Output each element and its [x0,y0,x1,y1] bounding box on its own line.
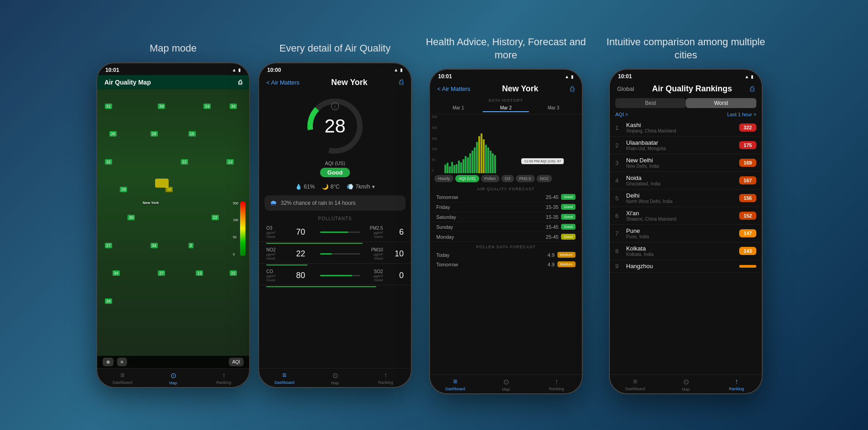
map-content[interactable]: 31 34 24 34 26 28 16 32 22 12 29 38 30 2… [97,90,249,368]
rank-item-3[interactable]: 3 New Delhi New Delhi, India 169 [610,154,762,172]
tab-pm25[interactable]: PM2.5 [516,175,535,182]
nav-bar-detail: < Air Matters New York ⎙ [259,75,411,90]
temp-value: 8°C [330,184,340,190]
tab-ranking-2[interactable]: ↑ Ranking [360,371,411,385]
poll-no2-unit: µg/m³ [266,252,289,256]
layers-button[interactable]: ≡ [117,358,127,366]
humidity-value: 61% [304,184,315,190]
status-time-1: 10:01 [105,67,119,73]
battery-icon-4: ▮ [751,74,754,79]
rankings-share[interactable]: ⎙ [750,85,755,93]
tab-ranking-3[interactable]: ↑ Ranking [531,378,582,392]
tab-ranking-label-1: Ranking [216,380,231,385]
location-button[interactable]: ⊕ [103,358,113,366]
bar-2 [447,163,448,173]
tab-map-4[interactable]: ⊙ Map [660,378,711,392]
global-label[interactable]: Global [617,85,634,92]
rank-item-6[interactable]: 6 Xi'an Shaanxi, China Mainland 152 [610,207,762,225]
tab-pollen[interactable]: Pollen [481,175,500,182]
y-label-50: 50 [432,158,437,161]
rank-item-5[interactable]: 5 Delhi North West Delhi, India 156 [610,189,762,207]
nav-back-history[interactable]: < Air Matters [437,85,470,92]
rank-num-7: 7 [615,230,623,237]
poll-pm10-status: Good [364,256,383,260]
bar-1 [444,165,446,173]
forecast-range-3: 15-35 [536,214,558,220]
tab-map-3[interactable]: ⊙ Map [481,378,531,392]
rank-item-8[interactable]: 8 Kolkata Kolkata, India 143 [610,242,762,260]
tab-dashboard-4[interactable]: ≡ Dashboard [610,378,660,392]
ranking-icon-3: ↑ [555,378,558,386]
tab-o3[interactable]: O3 [501,175,514,182]
tab-ranking-1[interactable]: ↑ Ranking [198,371,249,385]
date-mar3[interactable]: Mar 3 [531,104,576,112]
date-mar1[interactable]: Mar 1 [435,104,481,112]
tab-hourly[interactable]: Hourly [434,175,453,182]
rank-sub-2: Khan-Uul, Mongolia [626,146,736,151]
rank-info-8: Kolkata Kolkata, India [623,245,739,257]
wifi-icon-3: ▲ [565,74,569,79]
nav-share-history[interactable]: ⎙ [570,85,575,93]
forecast-day-1: Tomorrow [436,194,536,200]
status-icons-2: ▲ ▮ [394,67,403,72]
bar-17 [481,133,482,173]
tab-dashboard-3[interactable]: ≡ Dashboard [430,378,481,392]
aqi-cell-hot: 38 [165,187,173,192]
bottom-tabs-history: ≡ Dashboard ⊙ Map ↑ Ranking [430,374,582,393]
aqi-hotspot [155,179,169,188]
rank-sub-3: New Delhi, India [626,164,736,169]
tab-map-2[interactable]: ⊙ Map [310,371,360,385]
rank-badge-5: 156 [739,194,756,202]
rank-item-4[interactable]: 4 Noida Ghaziabad, India 167 [610,172,762,189]
nav-share-detail[interactable]: ⎙ [399,78,404,86]
map-base [97,90,249,368]
tab-map-label-1: Map [169,381,177,385]
tab-no2[interactable]: NO2 [537,175,552,182]
rank-item-9[interactable]: 9 Hangzhou [610,260,762,273]
pollutant-row-1: O3µg/m³Good 70 PM2.5µg/m³Good 6 [259,223,411,242]
bar-11 [467,157,469,173]
ranking-icon-4: ↑ [735,378,738,386]
tab-dashboard-2[interactable]: ≡ Dashboard [259,371,310,385]
tab-map-1[interactable]: ⊙ Map [148,371,198,385]
rank-item-1[interactable]: 1 Kashi Xinjiang, China Mainland 322 [610,119,762,137]
date-mar2[interactable]: Mar 2 [483,104,528,112]
rankings-content: Best Worst AQI > Last 1 hour > 1 Kashi X… [610,96,762,374]
rank-num-3: 3 [615,160,623,166]
rank-num-8: 8 [615,248,623,255]
nav-back-detail[interactable]: < Air Matters [266,79,299,86]
filter-aqi[interactable]: AQI > [615,112,628,117]
bar-6 [456,164,458,173]
wifi-icon-2: ▲ [394,67,398,72]
bar-3 [449,166,451,173]
aqi-cell-19: 12 [196,270,203,276]
poll-o3-name: O3µg/m³Good [266,226,289,239]
nav-bar-rankings: Global Air Quality Rankings ⎙ [610,81,762,96]
battery-icon-1: ▮ [238,67,241,72]
rank-item-2[interactable]: 2 Ulaanbaatar Khan-Uul, Mongolia 175 [610,137,762,154]
poll-no2-status: Good [266,256,289,260]
best-button[interactable]: Best [615,98,686,108]
rank-city-5: Delhi [626,192,736,199]
wind-value: 7km/h [355,184,370,190]
worst-button[interactable]: Worst [686,98,756,108]
bar-19 [485,145,487,173]
poll-no2-name: NO2µg/m³Good [266,247,289,260]
map-title-bar: Air Quality Map ⎙ [97,75,249,90]
map-share-icon[interactable]: ⎙ [238,79,242,86]
pollen-header: POLLEN DATA FORECAST [430,242,582,250]
aqi-badge[interactable]: AQI [229,358,244,366]
tab-ranking-4[interactable]: ↑ Ranking [711,378,762,392]
filter-time[interactable]: Last 1 hour > [727,112,756,117]
rank-city-8: Kolkata [626,245,736,252]
poll-o3-unit: µg/m³ [266,231,289,235]
rank-city-4: Noida [626,175,736,181]
tab-aqi-us[interactable]: AQI (US) [455,175,479,182]
rank-item-7[interactable]: 7 Pune Pune, India 147 [610,225,762,242]
aqi-cell-13: 22 [212,215,219,220]
rank-badge-9 [739,265,756,268]
tab-dashboard-1[interactable]: ≡ Dashboard [97,371,148,385]
ranking-icon-1: ↑ [222,371,226,379]
status-bar-2: 10:00 ▲ ▮ [259,63,411,75]
nav-bar-history: < Air Matters New York ⎙ [430,81,582,96]
